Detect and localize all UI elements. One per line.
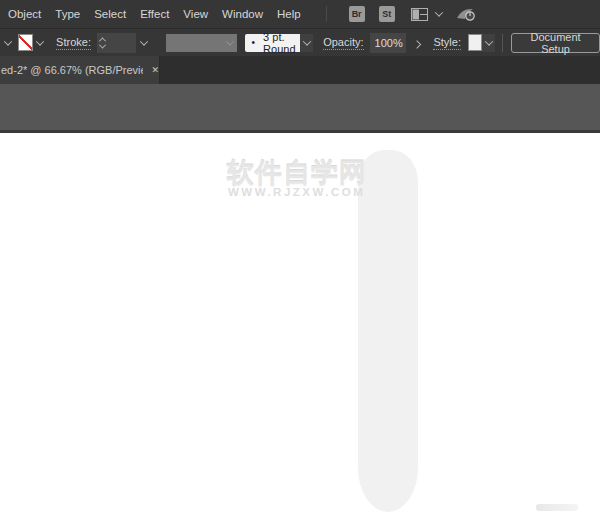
style-label: Style: [433,36,461,50]
opacity-input[interactable]: 100% [370,33,407,53]
brush-chevron-down-icon [304,40,310,46]
divider [502,34,503,52]
stroke-weight-input[interactable] [108,33,137,53]
menu-window[interactable]: Window [215,8,270,20]
pasteboard-strip [0,84,600,133]
graphic-style-swatch[interactable] [468,34,482,51]
illustrator-window: Object Type Select Effect View Window He… [0,0,600,519]
menu-select[interactable]: Select [87,8,133,20]
menu-view[interactable]: View [176,8,215,20]
document-setup-button[interactable]: Document Setup [511,33,600,53]
document-tab[interactable]: ed-2* @ 66.67% (RGB/Preview) ✕ [0,56,160,84]
style-chevron-down-icon [486,40,492,46]
faint-watermark-artifact [536,504,578,511]
menu-bar: Object Type Select Effect View Window He… [0,0,600,28]
stroke-color-chevron-down-icon[interactable] [35,33,46,53]
brush-definition-dropdown[interactable]: • 3 pt. Round [245,34,301,52]
chevron-down-icon [227,40,233,46]
brush-chevron-box[interactable] [300,34,313,52]
stroke-weight-chevron-down-icon[interactable] [138,33,149,53]
tab-close-icon[interactable]: ✕ [151,65,159,75]
brush-name: 3 pt. Round [263,31,300,55]
artboard-canvas[interactable]: 软件自学网 WWW.RJZXW.COM [0,133,600,519]
opacity-panel-arrow-icon[interactable] [410,33,423,53]
divider [326,6,327,22]
menu-effect[interactable]: Effect [133,8,176,20]
stepper-down-icon[interactable] [100,44,105,49]
opacity-label[interactable]: Opacity: [323,36,363,50]
document-tab-bar: ed-2* @ 66.67% (RGB/Preview) ✕ [0,56,600,84]
menu-help[interactable]: Help [270,8,308,20]
stroke-label[interactable]: Stroke: [56,36,91,50]
brush-preview-dot: • [252,37,256,48]
workspace-switcher-icon[interactable] [411,8,428,21]
watermark-text-url: WWW.RJZXW.COM [228,186,365,198]
gpu-performance-icon[interactable] [456,6,478,22]
stock-button[interactable]: St [379,6,395,22]
menu-type[interactable]: Type [48,8,87,20]
stroke-weight-stepper[interactable] [97,33,108,53]
menu-object[interactable]: Object [0,8,48,20]
rounded-rectangle-object[interactable] [358,150,418,512]
bridge-button[interactable]: Br [349,6,365,22]
control-bar: Stroke: • 3 pt. Round Opacity: 100% Styl… [0,28,600,56]
variable-width-dropdown [166,34,237,52]
stroke-color-none-swatch[interactable] [18,34,32,51]
fill-chevron-down-icon[interactable] [2,33,13,53]
document-tab-title: ed-2* @ 66.67% (RGB/Preview) [1,64,143,76]
style-chevron-box[interactable] [482,34,495,52]
workspace-chevron-down-icon[interactable] [436,11,442,17]
